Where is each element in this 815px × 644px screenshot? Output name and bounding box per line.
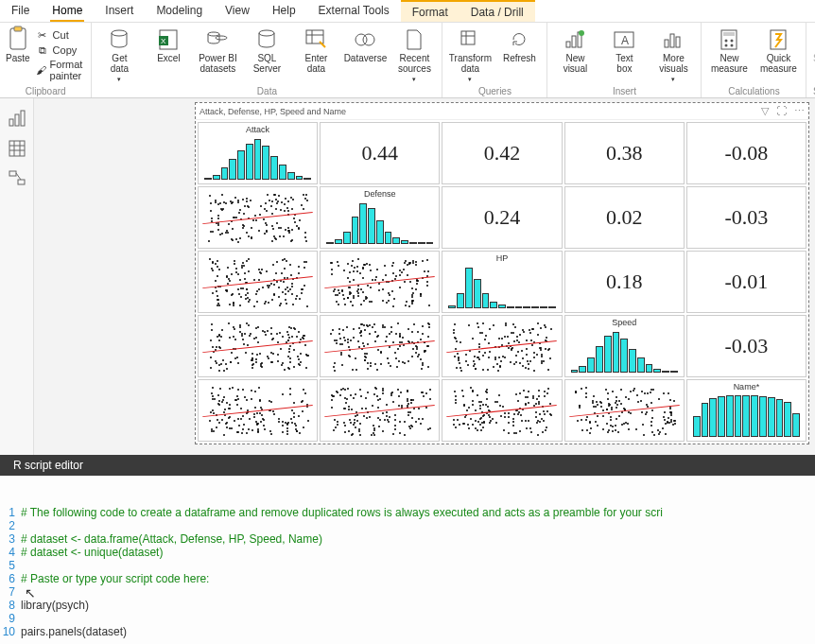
pairs-panel-grid: Attack0.440.420.38-0.08Defense0.240.02-0…: [196, 120, 808, 444]
paste-button[interactable]: Paste: [6, 25, 30, 63]
code-line[interactable]: 4# dataset <- unique(dataset): [0, 546, 815, 559]
r-editor-header: R script editor: [0, 455, 815, 476]
view-rail: [0, 98, 34, 455]
svg-point-20: [579, 30, 584, 36]
model-view-icon[interactable]: [9, 170, 26, 187]
svg-rect-42: [9, 171, 16, 176]
code-line[interactable]: 6# Paste or type your script code here:: [0, 572, 815, 585]
code-text[interactable]: [21, 585, 815, 599]
svg-rect-34: [9, 119, 13, 126]
correlation-value: 0.42: [442, 122, 562, 184]
svg-text:A: A: [621, 34, 629, 47]
menu-view[interactable]: View: [214, 0, 261, 22]
focus-mode-icon[interactable]: ⛶: [776, 105, 787, 117]
code-text[interactable]: [21, 612, 815, 625]
group-label: Clipboard: [26, 85, 66, 97]
code-text[interactable]: pairs.panels(dataset): [21, 625, 815, 638]
diag-label: Name*: [687, 382, 806, 392]
correlation-value: 0.44: [320, 122, 440, 184]
cut-button[interactable]: ✂Cut: [36, 28, 86, 42]
code-text[interactable]: # dataset <- data.frame(Attack, Defense,…: [21, 532, 815, 546]
ribbon: Paste ✂Cut ⧉Copy 🖌Format painter Clipboa…: [0, 23, 815, 98]
scissors-icon: ✂: [36, 28, 49, 42]
scatter-cell: [198, 379, 318, 442]
excel-button[interactable]: XExcel: [147, 25, 190, 63]
code-text[interactable]: # dataset <- unique(dataset): [21, 546, 815, 559]
scatter-cell: [198, 315, 318, 377]
code-line[interactable]: 3# dataset <- data.frame(Attack, Defense…: [0, 532, 815, 546]
svg-rect-37: [9, 141, 25, 156]
get-data-button[interactable]: Getdata▾: [97, 25, 141, 83]
more-visuals-icon: [662, 28, 685, 51]
new-visual-button[interactable]: Newvisual: [553, 25, 597, 74]
code-line[interactable]: 5: [0, 559, 815, 572]
code-line[interactable]: 7: [0, 585, 815, 599]
format-painter-button[interactable]: 🖌Format painter: [36, 59, 86, 81]
group-label: Data: [257, 85, 277, 97]
refresh-button[interactable]: Refresh: [497, 25, 541, 63]
brush-icon: 🖌: [36, 63, 46, 77]
svg-rect-17: [566, 42, 570, 47]
r-visual[interactable]: Attack, Defense, HP, Speed and Name ▽ ⛶ …: [195, 102, 809, 444]
scatter-cell: [320, 379, 440, 442]
code-text[interactable]: [21, 519, 815, 532]
menu-file[interactable]: File: [0, 0, 41, 22]
data-view-icon[interactable]: [9, 140, 26, 157]
correlation-value: 0.02: [564, 186, 685, 249]
svg-rect-36: [21, 111, 25, 126]
code-text[interactable]: # The following code to create a datafra…: [21, 506, 815, 519]
group-data: Getdata▾ XExcel Power BIdatasets SQLServ…: [92, 23, 442, 97]
scatter-cell: [442, 315, 562, 377]
sql-server-button[interactable]: SQLServer: [245, 25, 288, 74]
code-text[interactable]: library(psych): [21, 599, 815, 612]
code-line[interactable]: 9: [0, 612, 815, 625]
correlation-value: -0.03: [686, 186, 806, 249]
report-canvas[interactable]: Attack, Defense, HP, Speed and Name ▽ ⛶ …: [34, 98, 815, 455]
svg-point-7: [216, 36, 227, 40]
menu-help[interactable]: Help: [261, 0, 307, 22]
code-line[interactable]: 8library(psych): [0, 599, 815, 612]
visual-title: Attack, Defense, HP, Speed and Name: [199, 107, 346, 116]
svg-point-30: [725, 44, 728, 47]
table-pencil-icon: [304, 28, 327, 51]
text-box-button[interactable]: ATextbox: [602, 25, 646, 74]
group-clipboard: Paste ✂Cut ⧉Copy 🖌Format painter Clipboa…: [0, 23, 92, 97]
menu-home[interactable]: Home: [41, 0, 94, 22]
menu-format[interactable]: Format: [401, 0, 460, 22]
code-line[interactable]: 10pairs.panels(dataset): [0, 625, 815, 638]
line-number: 4: [0, 546, 21, 559]
diag-label: Defense: [321, 189, 439, 199]
report-view-icon[interactable]: [9, 110, 26, 127]
line-number: 1: [0, 506, 21, 519]
pair-cell: HP: [442, 251, 562, 313]
r-script-editor[interactable]: ↖ 1# The following code to create a data…: [0, 476, 815, 644]
menu-insert[interactable]: Insert: [94, 0, 145, 22]
code-text[interactable]: [21, 559, 815, 572]
quick-measure-button[interactable]: Quickmeasure: [756, 25, 800, 74]
group-label: Calculations: [728, 85, 779, 97]
svg-point-6: [208, 32, 219, 36]
line-number: 7: [0, 585, 21, 599]
code-text[interactable]: # Paste or type your script code here:: [21, 572, 815, 585]
copy-button[interactable]: ⧉Copy: [36, 44, 86, 57]
recent-sources-button[interactable]: Recentsources▾: [392, 25, 436, 83]
more-options-icon[interactable]: ⋯: [794, 105, 805, 117]
enter-data-button[interactable]: Enterdata: [294, 25, 338, 74]
transform-data-button[interactable]: Transformdata▾: [448, 25, 492, 83]
scatter-cell: [198, 251, 318, 313]
menu-modeling[interactable]: Modeling: [145, 0, 214, 22]
dataverse-button[interactable]: Dataverse: [343, 25, 387, 63]
svg-text:X: X: [161, 37, 166, 45]
svg-rect-27: [723, 32, 735, 36]
pbi-datasets-button[interactable]: Power BIdatasets: [196, 25, 239, 74]
new-measure-button[interactable]: Newmeasure: [707, 25, 751, 74]
line-number: 9: [0, 612, 21, 625]
menu-external-tools[interactable]: External Tools: [307, 0, 401, 22]
code-line[interactable]: 1# The following code to create a datafr…: [0, 506, 815, 519]
group-insert: Newvisual ATextbox Morevisuals▾ Insert: [547, 23, 702, 97]
menu-data-drill[interactable]: Data / Drill: [460, 0, 535, 22]
code-line[interactable]: 2: [0, 519, 815, 532]
more-visuals-button[interactable]: Morevisuals▾: [651, 25, 695, 83]
menu-bar: File Home Insert Modeling View Help Exte…: [0, 0, 815, 23]
filter-icon[interactable]: ▽: [761, 105, 769, 117]
